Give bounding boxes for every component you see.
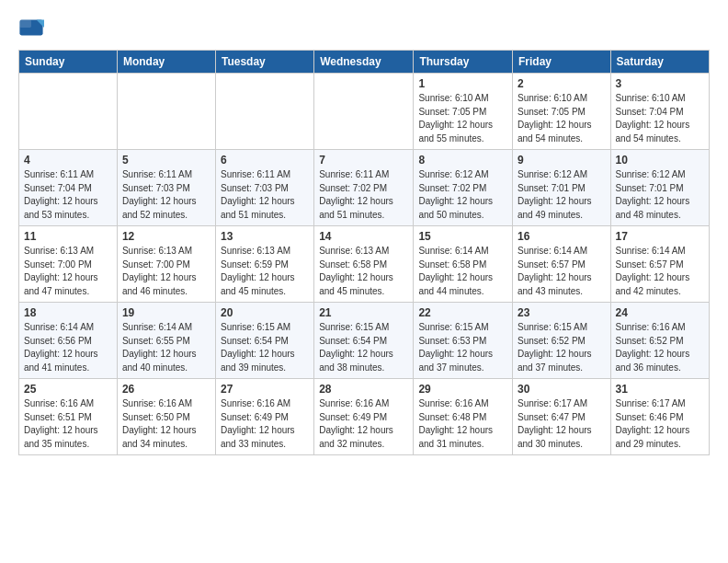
day-number: 19	[122, 306, 210, 319]
day-info: Sunrise: 6:10 AMSunset: 7:05 PMDaylight:…	[418, 92, 507, 145]
calendar-cell: 27Sunrise: 6:16 AMSunset: 6:49 PMDayligh…	[215, 379, 313, 455]
day-info: Sunrise: 6:13 AMSunset: 6:58 PMDaylight:…	[319, 245, 408, 298]
calendar-cell: 5Sunrise: 6:11 AMSunset: 7:03 PMDaylight…	[117, 150, 215, 226]
week-row-0: 1Sunrise: 6:10 AMSunset: 7:05 PMDaylight…	[19, 74, 710, 150]
calendar-cell: 8Sunrise: 6:12 AMSunset: 7:02 PMDaylight…	[414, 150, 513, 226]
day-number: 3	[616, 77, 704, 90]
calendar-cell: 4Sunrise: 6:11 AMSunset: 7:04 PMDaylight…	[19, 150, 118, 226]
day-number: 31	[616, 383, 704, 396]
day-info: Sunrise: 6:13 AMSunset: 7:00 PMDaylight:…	[24, 245, 112, 298]
day-number: 29	[418, 383, 507, 396]
day-number: 1	[418, 77, 507, 90]
week-row-3: 18Sunrise: 6:14 AMSunset: 6:56 PMDayligh…	[19, 303, 710, 379]
calendar-cell: 21Sunrise: 6:15 AMSunset: 6:54 PMDayligh…	[314, 303, 414, 379]
day-number: 20	[221, 306, 309, 319]
header-friday: Friday	[512, 51, 610, 74]
day-info: Sunrise: 6:15 AMSunset: 6:52 PMDaylight:…	[518, 321, 606, 374]
logo	[18, 15, 48, 40]
day-number: 2	[518, 77, 606, 90]
calendar-cell: 24Sunrise: 6:16 AMSunset: 6:52 PMDayligh…	[610, 303, 709, 379]
calendar-cell: 1Sunrise: 6:10 AMSunset: 7:05 PMDaylight…	[414, 74, 513, 150]
day-number: 13	[221, 230, 309, 243]
header-wednesday: Wednesday	[314, 51, 414, 74]
day-info: Sunrise: 6:13 AMSunset: 7:00 PMDaylight:…	[122, 245, 210, 298]
calendar-cell	[19, 74, 118, 150]
calendar-cell: 6Sunrise: 6:11 AMSunset: 7:03 PMDaylight…	[215, 150, 313, 226]
day-number: 27	[221, 383, 309, 396]
day-number: 18	[24, 306, 112, 319]
calendar-body: 1Sunrise: 6:10 AMSunset: 7:05 PMDaylight…	[19, 74, 710, 455]
day-info: Sunrise: 6:13 AMSunset: 6:59 PMDaylight:…	[221, 245, 309, 298]
day-number: 8	[418, 154, 507, 167]
page-header	[18, 15, 710, 40]
day-info: Sunrise: 6:14 AMSunset: 6:56 PMDaylight:…	[24, 321, 112, 374]
day-info: Sunrise: 6:11 AMSunset: 7:04 PMDaylight:…	[24, 168, 112, 222]
calendar-cell: 3Sunrise: 6:10 AMSunset: 7:04 PMDaylight…	[610, 74, 709, 150]
svg-rect-2	[19, 20, 31, 28]
day-info: Sunrise: 6:16 AMSunset: 6:49 PMDaylight:…	[319, 397, 408, 451]
header-monday: Monday	[117, 51, 215, 74]
day-info: Sunrise: 6:15 AMSunset: 6:54 PMDaylight:…	[221, 321, 309, 374]
day-info: Sunrise: 6:10 AMSunset: 7:04 PMDaylight:…	[616, 92, 704, 145]
calendar-cell: 28Sunrise: 6:16 AMSunset: 6:49 PMDayligh…	[314, 379, 414, 455]
day-info: Sunrise: 6:14 AMSunset: 6:57 PMDaylight:…	[616, 245, 704, 298]
calendar-cell: 10Sunrise: 6:12 AMSunset: 7:01 PMDayligh…	[610, 150, 709, 226]
day-info: Sunrise: 6:15 AMSunset: 6:53 PMDaylight:…	[418, 321, 507, 374]
week-row-2: 11Sunrise: 6:13 AMSunset: 7:00 PMDayligh…	[19, 226, 710, 303]
day-info: Sunrise: 6:17 AMSunset: 6:46 PMDaylight:…	[616, 397, 704, 451]
calendar-cell: 16Sunrise: 6:14 AMSunset: 6:57 PMDayligh…	[512, 226, 610, 303]
day-number: 28	[319, 383, 408, 396]
calendar-cell: 25Sunrise: 6:16 AMSunset: 6:51 PMDayligh…	[19, 379, 118, 455]
calendar-cell: 9Sunrise: 6:12 AMSunset: 7:01 PMDaylight…	[512, 150, 610, 226]
day-number: 30	[518, 383, 606, 396]
calendar-cell: 14Sunrise: 6:13 AMSunset: 6:58 PMDayligh…	[314, 226, 414, 303]
calendar-cell: 26Sunrise: 6:16 AMSunset: 6:50 PMDayligh…	[117, 379, 215, 455]
calendar-cell: 22Sunrise: 6:15 AMSunset: 6:53 PMDayligh…	[414, 303, 513, 379]
day-number: 11	[24, 230, 112, 243]
day-info: Sunrise: 6:16 AMSunset: 6:49 PMDaylight:…	[221, 397, 309, 451]
header-saturday: Saturday	[610, 51, 709, 74]
calendar-cell: 11Sunrise: 6:13 AMSunset: 7:00 PMDayligh…	[19, 226, 118, 303]
calendar-cell	[314, 74, 414, 150]
day-info: Sunrise: 6:15 AMSunset: 6:54 PMDaylight:…	[319, 321, 408, 374]
header-row: SundayMondayTuesdayWednesdayThursdayFrid…	[19, 51, 710, 74]
day-number: 10	[616, 154, 704, 167]
calendar-cell: 17Sunrise: 6:14 AMSunset: 6:57 PMDayligh…	[610, 226, 709, 303]
day-info: Sunrise: 6:14 AMSunset: 6:57 PMDaylight:…	[518, 245, 606, 298]
header-tuesday: Tuesday	[215, 51, 313, 74]
calendar-header: SundayMondayTuesdayWednesdayThursdayFrid…	[19, 51, 710, 74]
calendar-table: SundayMondayTuesdayWednesdayThursdayFrid…	[18, 50, 710, 455]
day-info: Sunrise: 6:17 AMSunset: 6:47 PMDaylight:…	[518, 397, 606, 451]
calendar-cell: 23Sunrise: 6:15 AMSunset: 6:52 PMDayligh…	[512, 303, 610, 379]
day-number: 21	[319, 306, 408, 319]
calendar-cell: 13Sunrise: 6:13 AMSunset: 6:59 PMDayligh…	[215, 226, 313, 303]
day-info: Sunrise: 6:11 AMSunset: 7:03 PMDaylight:…	[122, 168, 210, 222]
week-row-1: 4Sunrise: 6:11 AMSunset: 7:04 PMDaylight…	[19, 150, 710, 226]
day-number: 23	[518, 306, 606, 319]
day-info: Sunrise: 6:16 AMSunset: 6:48 PMDaylight:…	[418, 397, 507, 451]
calendar-cell: 12Sunrise: 6:13 AMSunset: 7:00 PMDayligh…	[117, 226, 215, 303]
day-info: Sunrise: 6:10 AMSunset: 7:05 PMDaylight:…	[518, 92, 606, 145]
day-info: Sunrise: 6:11 AMSunset: 7:02 PMDaylight:…	[319, 168, 408, 222]
day-info: Sunrise: 6:14 AMSunset: 6:58 PMDaylight:…	[418, 245, 507, 298]
calendar-cell: 7Sunrise: 6:11 AMSunset: 7:02 PMDaylight…	[314, 150, 414, 226]
day-number: 17	[616, 230, 704, 243]
calendar-cell: 18Sunrise: 6:14 AMSunset: 6:56 PMDayligh…	[19, 303, 118, 379]
calendar-cell: 19Sunrise: 6:14 AMSunset: 6:55 PMDayligh…	[117, 303, 215, 379]
day-info: Sunrise: 6:12 AMSunset: 7:01 PMDaylight:…	[518, 168, 606, 222]
day-info: Sunrise: 6:16 AMSunset: 6:51 PMDaylight:…	[24, 397, 112, 451]
day-info: Sunrise: 6:14 AMSunset: 6:55 PMDaylight:…	[122, 321, 210, 374]
logo-icon	[18, 15, 44, 40]
day-number: 25	[24, 383, 112, 396]
calendar-cell	[117, 74, 215, 150]
day-number: 6	[221, 154, 309, 167]
day-number: 16	[518, 230, 606, 243]
day-info: Sunrise: 6:16 AMSunset: 6:52 PMDaylight:…	[616, 321, 704, 374]
day-number: 9	[518, 154, 606, 167]
day-number: 5	[122, 154, 210, 167]
day-number: 22	[418, 306, 507, 319]
day-number: 7	[319, 154, 408, 167]
calendar-cell	[215, 74, 313, 150]
day-info: Sunrise: 6:12 AMSunset: 7:02 PMDaylight:…	[418, 168, 507, 222]
day-info: Sunrise: 6:11 AMSunset: 7:03 PMDaylight:…	[221, 168, 309, 222]
